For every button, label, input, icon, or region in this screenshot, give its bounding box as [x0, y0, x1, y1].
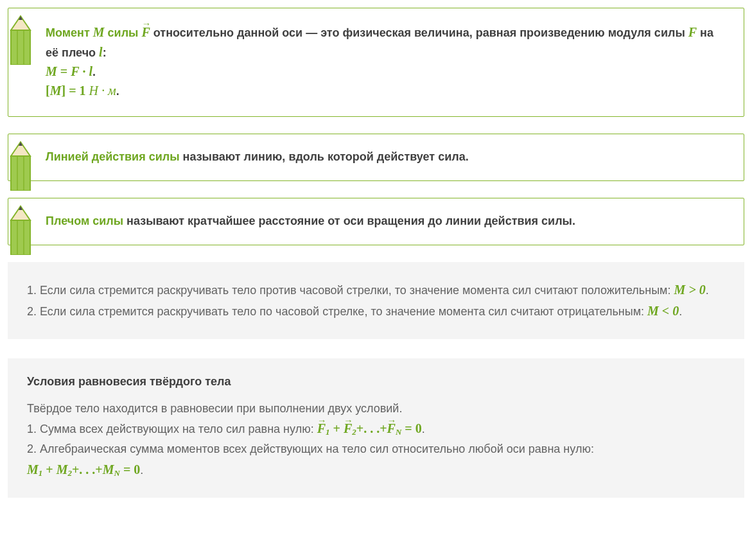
- cond2-M2: M: [57, 462, 68, 477]
- cond2-plus1: +: [42, 462, 56, 477]
- rule-1-text: 1. Если сила стремится раскручивать тело…: [27, 284, 674, 297]
- eq2-M: M: [50, 83, 62, 98]
- equation-moment: M = F · l.: [46, 64, 726, 82]
- var-F-vec: F: [141, 22, 150, 42]
- pencil-icon: [7, 141, 34, 191]
- cond1-period: .: [422, 423, 425, 435]
- pencil-icon: [7, 15, 34, 65]
- definition-body-1: относительно данной оси — это физическая…: [150, 26, 688, 39]
- definition-colon: :: [103, 46, 107, 59]
- cond2-dots: +. . .+: [72, 462, 103, 477]
- cond1-eq0: = 0: [401, 421, 421, 435]
- condition-2-text: 2. Алгебраическая сумма моментов всех де…: [27, 441, 725, 459]
- term-moment-mid: силы: [105, 26, 142, 39]
- eq2-units: Н · м: [86, 83, 116, 98]
- definition-text: Плечом силы называют кратчайшее расстоян…: [46, 213, 726, 231]
- cond2-period: .: [140, 464, 143, 477]
- eq-M: M: [46, 64, 57, 78]
- definition-body: называют кратчайшее расстояние от оси вр…: [123, 214, 575, 227]
- term-arm: Плечом силы: [46, 214, 123, 227]
- definition-card-action-line: Линией действия силы называют линию, вдо…: [8, 134, 744, 181]
- condition-1-text: 1. Сумма всех действующих на тело сил ра…: [27, 423, 317, 435]
- cond1-plus1: +: [330, 421, 344, 435]
- cond2-M1: M: [27, 462, 39, 477]
- rule-1: 1. Если сила стремится раскручивать тело…: [27, 280, 725, 300]
- note-equilibrium: Условия равновесия твёрдого тела Твёрдое…: [8, 358, 744, 498]
- condition-2-eq: M1 + M2+. . .+MN = 0.: [27, 460, 725, 480]
- eq2-open: [: [46, 83, 50, 98]
- rule-2-period: .: [679, 305, 682, 318]
- eq2-one: 1: [80, 83, 86, 98]
- definition-card-arm: Плечом силы называют кратчайшее расстоян…: [8, 198, 744, 245]
- definition-card-moment: Момент M силы F относительно данной оси …: [8, 8, 744, 117]
- cond2-subN: N: [114, 468, 120, 478]
- cond1-subN: N: [396, 428, 401, 437]
- definition-text: Момент M силы F относительно данной оси …: [46, 22, 726, 62]
- eq2-eq: =: [66, 83, 79, 98]
- note-title: Условия равновесия твёрдого тела: [27, 375, 725, 389]
- eq-dot: ·: [80, 64, 89, 78]
- definition-body: называют линию, вдоль которой действует …: [180, 150, 469, 163]
- eq-F: F: [71, 64, 79, 78]
- var-M: M: [93, 25, 105, 39]
- rule-2-math: M < 0: [647, 304, 679, 318]
- cond1-F2: F: [344, 419, 352, 439]
- term-moment: Момент: [46, 26, 93, 39]
- cond1-F1: F: [317, 419, 326, 439]
- eq-equals: =: [57, 64, 71, 78]
- rule-1-period: .: [706, 284, 709, 297]
- equation-units: [M] = 1 Н · м.: [46, 83, 726, 101]
- equilibrium-intro: Твёрдое тело находится в равновесии при …: [27, 400, 725, 418]
- condition-1: 1. Сумма всех действующих на тело сил ра…: [27, 419, 725, 439]
- cond2-MN: M: [103, 462, 114, 477]
- term-action-line: Линией действия силы: [46, 150, 180, 163]
- pencil-icon: [7, 205, 34, 255]
- rule-2-text: 2. Если сила стремится раскручивать тело…: [27, 305, 647, 318]
- cond2-eq0: = 0: [120, 462, 140, 477]
- eq2-period: .: [116, 85, 119, 98]
- eq-period: .: [92, 66, 96, 78]
- var-F: F: [688, 25, 697, 39]
- cond1-FN: F: [387, 419, 396, 439]
- rule-2: 2. Если сила стремится раскручивать тело…: [27, 301, 725, 321]
- note-sign-convention: 1. Если сила стремится раскручивать тело…: [8, 262, 744, 339]
- rule-1-math: M > 0: [674, 283, 705, 297]
- definition-text: Линией действия силы называют линию, вдо…: [46, 148, 726, 166]
- cond1-dots: +. . .+: [356, 421, 387, 435]
